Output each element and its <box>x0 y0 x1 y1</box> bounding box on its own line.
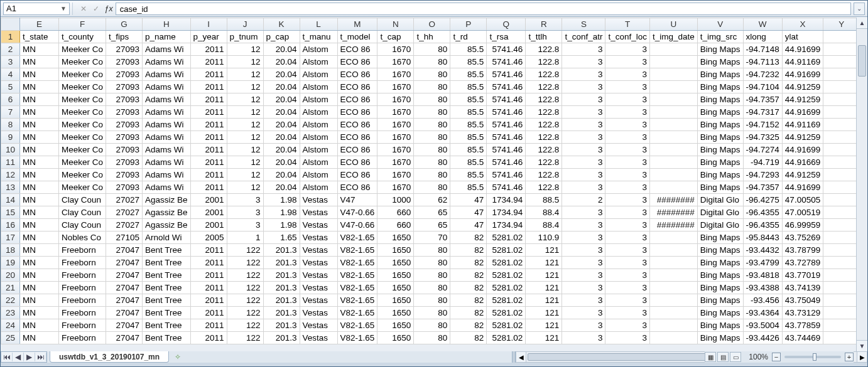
cell[interactable]: 82 <box>450 319 487 332</box>
cell[interactable]: 122.8 <box>526 144 562 156</box>
col-header-R[interactable]: R <box>526 18 562 31</box>
cell[interactable]: 3 <box>562 269 605 282</box>
cell[interactable]: V82-1.65 <box>337 244 377 257</box>
cell[interactable]: -94.7357 <box>743 181 782 194</box>
cell[interactable]: Adams Wi <box>143 68 191 81</box>
cell[interactable]: -94.7113 <box>743 56 782 68</box>
cell[interactable]: 5281.02 <box>487 282 526 294</box>
cell[interactable]: 12 <box>227 144 263 156</box>
cell[interactable]: 110.9 <box>526 231 562 244</box>
cell[interactable]: -94.7317 <box>743 106 782 119</box>
cell[interactable]: MN <box>20 244 59 257</box>
cell[interactable]: Meeker Co <box>59 181 106 194</box>
cell[interactable]: Clay Coun <box>59 219 106 231</box>
cell[interactable]: 3 <box>562 119 605 131</box>
cell[interactable]: Vestas <box>300 319 337 332</box>
cell[interactable]: 3 <box>605 131 650 144</box>
cell[interactable] <box>823 294 860 307</box>
cell[interactable]: Bing Maps <box>697 106 743 119</box>
col-header-G[interactable]: G <box>106 18 143 31</box>
cell[interactable]: Bent Tree <box>143 332 191 344</box>
col-header-O[interactable]: O <box>414 18 450 31</box>
cell[interactable]: 2001 <box>190 206 227 219</box>
cell[interactable]: 3 <box>562 131 605 144</box>
cell[interactable]: 3 <box>562 144 605 156</box>
formula-input[interactable]: case_id <box>116 3 851 15</box>
cell[interactable]: Freeborn <box>59 282 106 294</box>
cell[interactable]: 27093 <box>106 181 143 194</box>
cell[interactable]: 85.5 <box>450 169 487 181</box>
col-header-S[interactable]: S <box>562 18 605 31</box>
cell[interactable]: 27047 <box>106 332 143 344</box>
cell[interactable]: 5741.46 <box>487 131 526 144</box>
cell[interactable]: ######## <box>649 194 697 206</box>
cell[interactable]: 44.91699 <box>782 43 823 56</box>
select-all-corner[interactable] <box>1 18 20 31</box>
cell[interactable]: 3 <box>605 43 650 56</box>
cell[interactable]: -94.7293 <box>743 169 782 181</box>
cell[interactable]: Vestas <box>300 294 337 307</box>
cell[interactable]: Adams Wi <box>143 131 191 144</box>
cell[interactable] <box>649 106 697 119</box>
cell[interactable]: 3 <box>605 156 650 169</box>
row-header-13[interactable]: 13 <box>1 181 20 194</box>
cell[interactable]: 85.5 <box>450 119 487 131</box>
cell[interactable]: 47 <box>450 206 487 219</box>
cell[interactable]: 12 <box>227 156 263 169</box>
cell[interactable] <box>649 244 697 257</box>
cell[interactable]: 1734.94 <box>487 194 526 206</box>
cell[interactable]: MN <box>20 93 59 106</box>
cell[interactable]: 1670 <box>377 119 414 131</box>
scroll-right-icon[interactable]: ▶ <box>857 352 867 362</box>
cell[interactable] <box>649 131 697 144</box>
cell[interactable]: MN <box>20 131 59 144</box>
cell[interactable]: -96.4355 <box>743 206 782 219</box>
cell[interactable]: 12 <box>227 181 263 194</box>
cell[interactable]: 3 <box>605 119 650 131</box>
cell[interactable]: 3 <box>562 169 605 181</box>
cell[interactable] <box>649 257 697 269</box>
cell[interactable]: 85.5 <box>450 43 487 56</box>
cell[interactable]: 85.5 <box>450 93 487 106</box>
cell[interactable]: Freeborn <box>59 269 106 282</box>
cell[interactable]: -94.7357 <box>743 93 782 106</box>
cell[interactable]: 43.73129 <box>782 307 823 319</box>
cell[interactable]: Bing Maps <box>697 181 743 194</box>
cell[interactable]: 3 <box>605 231 650 244</box>
cell[interactable]: Bent Tree <box>143 269 191 282</box>
cell[interactable]: MN <box>20 282 59 294</box>
cell[interactable]: 3 <box>562 219 605 231</box>
cell[interactable]: 3 <box>605 319 650 332</box>
cell[interactable]: 5741.46 <box>487 81 526 93</box>
cell[interactable]: 122.8 <box>526 131 562 144</box>
row-header-20[interactable]: 20 <box>1 269 20 282</box>
cell[interactable]: -93.5004 <box>743 319 782 332</box>
cell[interactable]: Bing Maps <box>697 332 743 344</box>
tab-first-icon[interactable]: ⏮ <box>1 353 13 361</box>
cell[interactable]: ECO 86 <box>337 169 377 181</box>
cell[interactable]: Bing Maps <box>697 93 743 106</box>
cell[interactable]: 2011 <box>190 68 227 81</box>
cell[interactable]: 2011 <box>190 81 227 93</box>
cell[interactable]: 12 <box>227 81 263 93</box>
cell[interactable]: ECO 86 <box>337 106 377 119</box>
cell[interactable]: Meeker Co <box>59 81 106 93</box>
cell[interactable]: 27105 <box>106 231 143 244</box>
cell[interactable]: 122 <box>227 319 263 332</box>
view-break-icon[interactable]: ▭ <box>730 352 741 362</box>
cell[interactable]: 12 <box>227 56 263 68</box>
cell[interactable]: MN <box>20 319 59 332</box>
col-header-K[interactable]: K <box>263 18 300 31</box>
cell[interactable]: 20.04 <box>263 169 300 181</box>
cell[interactable] <box>649 282 697 294</box>
cell[interactable]: MN <box>20 81 59 93</box>
cell[interactable]: 121 <box>526 269 562 282</box>
row-header-4[interactable]: 4 <box>1 68 20 81</box>
cell[interactable]: p_name <box>143 31 191 43</box>
cell[interactable]: 85.5 <box>450 56 487 68</box>
cell[interactable]: 1670 <box>377 106 414 119</box>
cell[interactable]: MN <box>20 269 59 282</box>
cell[interactable]: 3 <box>562 231 605 244</box>
cell[interactable] <box>649 169 697 181</box>
cell[interactable]: Vestas <box>300 231 337 244</box>
